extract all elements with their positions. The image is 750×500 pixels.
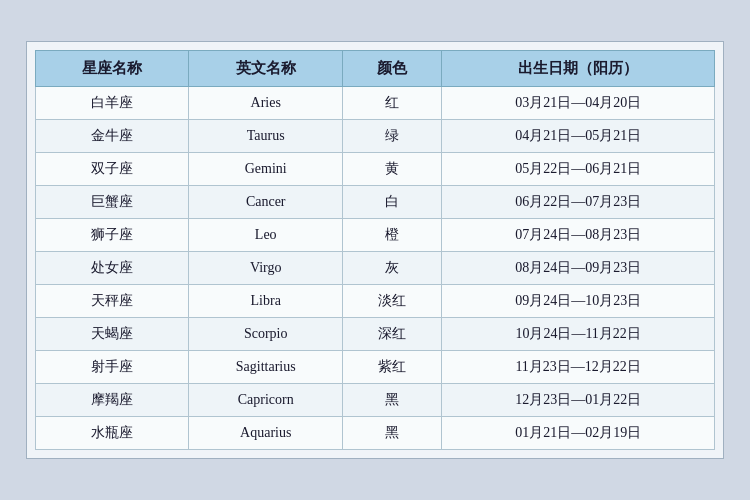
- table-row: 水瓶座Aquarius黑01月21日—02月19日: [36, 417, 715, 450]
- cell-color: 深红: [342, 318, 441, 351]
- cell-chinese: 巨蟹座: [36, 186, 189, 219]
- table-row: 金牛座Taurus绿04月21日—05月21日: [36, 120, 715, 153]
- cell-english: Aquarius: [189, 417, 342, 450]
- zodiac-table: 星座名称 英文名称 颜色 出生日期（阳历） 白羊座Aries红03月21日—04…: [35, 50, 715, 450]
- cell-color: 白: [342, 186, 441, 219]
- cell-dates: 12月23日—01月22日: [442, 384, 715, 417]
- cell-english: Sagittarius: [189, 351, 342, 384]
- table-row: 摩羯座Capricorn黑12月23日—01月22日: [36, 384, 715, 417]
- table-row: 双子座Gemini黄05月22日—06月21日: [36, 153, 715, 186]
- cell-dates: 01月21日—02月19日: [442, 417, 715, 450]
- cell-color: 绿: [342, 120, 441, 153]
- table-row: 白羊座Aries红03月21日—04月20日: [36, 87, 715, 120]
- cell-english: Virgo: [189, 252, 342, 285]
- cell-english: Cancer: [189, 186, 342, 219]
- table-row: 射手座Sagittarius紫红11月23日—12月22日: [36, 351, 715, 384]
- cell-dates: 10月24日—11月22日: [442, 318, 715, 351]
- table-row: 巨蟹座Cancer白06月22日—07月23日: [36, 186, 715, 219]
- cell-color: 黑: [342, 417, 441, 450]
- col-header-english: 英文名称: [189, 51, 342, 87]
- cell-chinese: 天蝎座: [36, 318, 189, 351]
- cell-dates: 07月24日—08月23日: [442, 219, 715, 252]
- cell-chinese: 天秤座: [36, 285, 189, 318]
- cell-color: 黄: [342, 153, 441, 186]
- cell-english: Leo: [189, 219, 342, 252]
- cell-chinese: 双子座: [36, 153, 189, 186]
- cell-chinese: 金牛座: [36, 120, 189, 153]
- cell-chinese: 射手座: [36, 351, 189, 384]
- cell-color: 黑: [342, 384, 441, 417]
- cell-dates: 04月21日—05月21日: [442, 120, 715, 153]
- col-header-chinese: 星座名称: [36, 51, 189, 87]
- cell-english: Gemini: [189, 153, 342, 186]
- cell-dates: 08月24日—09月23日: [442, 252, 715, 285]
- cell-dates: 09月24日—10月23日: [442, 285, 715, 318]
- cell-english: Libra: [189, 285, 342, 318]
- table-header-row: 星座名称 英文名称 颜色 出生日期（阳历）: [36, 51, 715, 87]
- cell-color: 紫红: [342, 351, 441, 384]
- cell-english: Taurus: [189, 120, 342, 153]
- cell-english: Aries: [189, 87, 342, 120]
- cell-color: 淡红: [342, 285, 441, 318]
- table-row: 天蝎座Scorpio深红10月24日—11月22日: [36, 318, 715, 351]
- cell-dates: 11月23日—12月22日: [442, 351, 715, 384]
- cell-english: Capricorn: [189, 384, 342, 417]
- cell-english: Scorpio: [189, 318, 342, 351]
- col-header-dates: 出生日期（阳历）: [442, 51, 715, 87]
- col-header-color: 颜色: [342, 51, 441, 87]
- table-body: 白羊座Aries红03月21日—04月20日金牛座Taurus绿04月21日—0…: [36, 87, 715, 450]
- cell-color: 橙: [342, 219, 441, 252]
- cell-chinese: 处女座: [36, 252, 189, 285]
- cell-dates: 03月21日—04月20日: [442, 87, 715, 120]
- cell-dates: 06月22日—07月23日: [442, 186, 715, 219]
- cell-color: 灰: [342, 252, 441, 285]
- cell-chinese: 水瓶座: [36, 417, 189, 450]
- table-row: 狮子座Leo橙07月24日—08月23日: [36, 219, 715, 252]
- zodiac-table-container: 星座名称 英文名称 颜色 出生日期（阳历） 白羊座Aries红03月21日—04…: [26, 41, 724, 459]
- cell-chinese: 狮子座: [36, 219, 189, 252]
- cell-dates: 05月22日—06月21日: [442, 153, 715, 186]
- table-row: 天秤座Libra淡红09月24日—10月23日: [36, 285, 715, 318]
- cell-chinese: 白羊座: [36, 87, 189, 120]
- cell-color: 红: [342, 87, 441, 120]
- cell-chinese: 摩羯座: [36, 384, 189, 417]
- table-row: 处女座Virgo灰08月24日—09月23日: [36, 252, 715, 285]
